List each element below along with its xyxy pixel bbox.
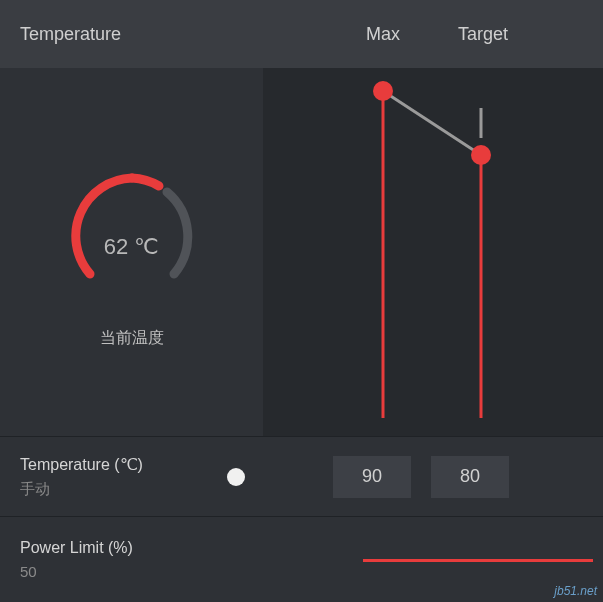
header-target-label: Target [433,24,533,45]
temperature-mode-toggle[interactable] [227,468,245,486]
power-left: Power Limit (%) 50 [0,539,263,580]
power-row: Power Limit (%) 50 jb51.net [0,516,603,602]
connector-line [383,91,481,155]
target-slider-handle[interactable] [471,145,491,165]
watermark: jb51.net [554,584,597,598]
power-right: jb51.net [263,517,603,602]
temperature-title: Temperature (℃) [20,455,143,474]
header-columns: Max Target [263,0,603,68]
gauge-panel: 62 ℃ 当前温度 [0,68,263,436]
sliders-panel [263,68,603,436]
gauge-label: 当前温度 [100,328,164,349]
footer: Temperature (℃) 手动 90 80 Power Limit (%)… [0,436,603,602]
power-title: Power Limit (%) [20,539,263,557]
max-slider-handle[interactable] [373,81,393,101]
temperature-left: Temperature (℃) 手动 [0,455,263,499]
max-value-box[interactable]: 90 [333,456,411,498]
temperature-values: 90 80 [263,456,603,498]
target-value-box[interactable]: 80 [431,456,509,498]
header: Temperature Max Target [0,0,603,68]
temperature-gauge: 62 ℃ [52,156,212,316]
slider-chart [263,68,603,436]
temperature-mode: 手动 [20,480,143,499]
header-title: Temperature [0,0,263,68]
header-max-label: Max [333,24,433,45]
power-value: 50 [20,563,263,580]
power-slider[interactable] [363,559,593,562]
temperature-row: Temperature (℃) 手动 90 80 [0,436,603,516]
body-row: 62 ℃ 当前温度 [0,68,603,436]
gauge-value: 62 ℃ [52,234,212,260]
